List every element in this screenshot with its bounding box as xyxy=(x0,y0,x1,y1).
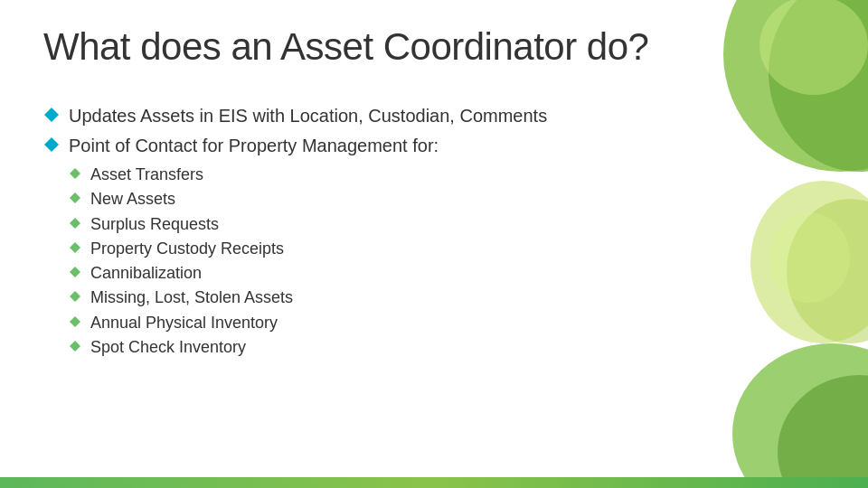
sub-list: Asset Transfers New Assets Surplus Reque… xyxy=(69,164,660,358)
svg-point-4 xyxy=(732,343,868,488)
bottom-bar xyxy=(0,477,868,488)
svg-point-3 xyxy=(787,199,868,343)
sub-text-4: Property Custody Receipts xyxy=(90,238,284,259)
svg-marker-11 xyxy=(70,192,80,203)
sub-item-1: Asset Transfers xyxy=(69,164,660,185)
sub-text-7: Annual Physical Inventory xyxy=(90,312,278,333)
sub-item-4: Property Custody Receipts xyxy=(69,238,660,259)
bullet-item-2: Point of Contact for Property Management… xyxy=(43,134,660,158)
sub-text-1: Asset Transfers xyxy=(90,164,203,185)
content-area: Updates Assets in EIS with Location, Cus… xyxy=(43,104,660,361)
svg-marker-13 xyxy=(70,242,80,253)
svg-marker-8 xyxy=(44,108,59,122)
svg-marker-17 xyxy=(70,341,80,352)
svg-marker-16 xyxy=(70,316,80,327)
sub-diamond-icon-2 xyxy=(69,192,81,204)
bullet-text-1: Updates Assets in EIS with Location, Cus… xyxy=(69,104,547,128)
bullet-item-1: Updates Assets in EIS with Location, Cus… xyxy=(43,104,660,128)
sub-text-2: New Assets xyxy=(90,188,175,210)
sub-diamond-icon-7 xyxy=(69,315,81,328)
bullet-text-2: Point of Contact for Property Management… xyxy=(69,134,439,158)
svg-marker-10 xyxy=(70,168,80,179)
decorative-shapes xyxy=(669,0,868,488)
sub-item-6: Missing, Lost, Stolen Assets xyxy=(69,286,660,308)
sub-item-2: New Assets xyxy=(69,188,660,210)
sub-item-5: Cannibalization xyxy=(69,262,660,284)
sub-text-8: Spot Check Inventory xyxy=(90,336,246,358)
svg-point-5 xyxy=(778,375,868,488)
svg-marker-9 xyxy=(44,137,59,152)
sub-item-8: Spot Check Inventory xyxy=(69,336,660,358)
sub-text-6: Missing, Lost, Stolen Assets xyxy=(90,286,293,308)
svg-point-1 xyxy=(769,0,868,172)
svg-point-6 xyxy=(760,0,868,95)
diamond-icon-2 xyxy=(43,136,60,153)
sub-diamond-icon-8 xyxy=(69,340,81,352)
svg-point-7 xyxy=(769,212,850,303)
sub-diamond-icon-1 xyxy=(69,167,81,180)
sub-text-3: Surplus Requests xyxy=(90,213,219,235)
sub-diamond-icon-5 xyxy=(69,266,81,278)
svg-point-0 xyxy=(723,0,868,172)
svg-marker-15 xyxy=(70,291,80,302)
slide: What does an Asset Coordinator do? Updat… xyxy=(0,0,868,488)
sub-diamond-icon-3 xyxy=(69,217,81,230)
sub-diamond-icon-6 xyxy=(69,290,81,303)
svg-marker-12 xyxy=(70,218,80,229)
svg-point-2 xyxy=(750,181,868,343)
sub-item-3: Surplus Requests xyxy=(69,213,660,235)
sub-diamond-icon-4 xyxy=(69,241,81,254)
sub-item-7: Annual Physical Inventory xyxy=(69,312,660,333)
diamond-icon-1 xyxy=(43,107,60,123)
sub-text-5: Cannibalization xyxy=(90,262,202,284)
svg-marker-14 xyxy=(70,267,80,277)
slide-title: What does an Asset Coordinator do? xyxy=(43,25,687,69)
